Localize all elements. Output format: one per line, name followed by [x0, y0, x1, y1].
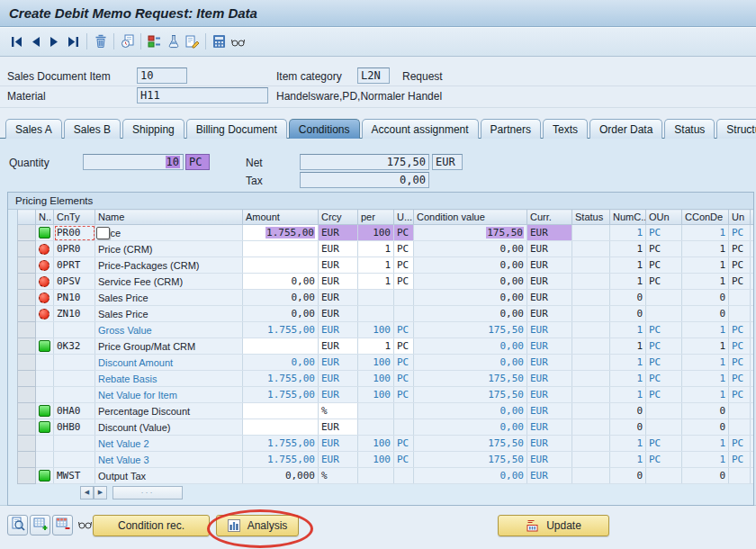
cell-cnty[interactable] — [54, 355, 95, 371]
flask-icon[interactable] — [164, 32, 183, 51]
cell-condition-value[interactable]: 175,50 — [414, 371, 527, 387]
column-header-name[interactable]: Name — [95, 210, 243, 225]
cell-name[interactable]: Price — [95, 225, 243, 241]
cell-amount[interactable] — [243, 338, 319, 355]
cell-cconde[interactable]: 1 — [682, 436, 729, 452]
cell-oun[interactable]: PC — [646, 452, 682, 468]
row-selector-cell[interactable] — [18, 274, 36, 290]
cell-condition-value[interactable]: 0,00 — [414, 241, 527, 257]
cell-unit[interactable]: PC — [394, 452, 414, 468]
row-selector-cell[interactable] — [18, 371, 36, 387]
cell-cconde[interactable]: 0 — [682, 419, 729, 436]
material-field[interactable]: H11 — [137, 87, 268, 104]
tab-texts[interactable]: Texts — [543, 119, 588, 139]
cell-status[interactable] — [572, 436, 610, 452]
cell-numc[interactable]: 1 — [610, 225, 646, 241]
cell-cnty[interactable]: MWST — [54, 468, 95, 484]
column-header-oun[interactable]: OUn — [646, 210, 682, 225]
cell-cconde[interactable]: 0 — [682, 306, 729, 322]
cell-numc[interactable]: 1 — [610, 436, 646, 452]
cell-name[interactable]: Rebate Basis — [95, 371, 243, 387]
cell-curr[interactable]: EUR — [527, 257, 572, 274]
cell-oun[interactable]: PC — [646, 274, 682, 290]
cell-oun[interactable]: PC — [646, 338, 682, 355]
cell-un[interactable] — [729, 468, 751, 484]
cell-name[interactable]: Gross Value — [95, 322, 243, 338]
cell-un[interactable]: PC — [729, 322, 751, 338]
cell-curr[interactable]: EUR — [527, 419, 572, 436]
cell-numc[interactable]: 1 — [610, 274, 646, 290]
column-header-per[interactable]: per — [358, 210, 394, 225]
cell-status[interactable] — [572, 322, 610, 338]
cell-curr[interactable]: EUR — [527, 436, 572, 452]
cell-cnty[interactable]: 0HA0 — [54, 403, 95, 419]
column-header-status[interactable]: Status — [572, 210, 610, 225]
cell-c[interactable] — [751, 241, 755, 257]
quantity-unit-field[interactable]: PC — [185, 154, 210, 170]
cell-crcy[interactable]: % — [319, 468, 358, 484]
cell-status-led[interactable] — [36, 355, 54, 371]
cell-curr[interactable]: EUR — [527, 338, 572, 355]
cell-unit[interactable]: PC — [394, 274, 414, 290]
tab-account-assignment[interactable]: Account assignment — [362, 119, 479, 139]
cell-status-led[interactable] — [36, 436, 54, 452]
cell-status-led[interactable] — [36, 257, 54, 274]
row-selector-cell[interactable] — [18, 322, 36, 338]
cell-cconde[interactable]: 1 — [682, 452, 729, 468]
cell-name[interactable]: Percentage Discount — [95, 403, 243, 419]
cell-per[interactable]: 1 — [358, 338, 394, 355]
cell-crcy[interactable]: EUR — [319, 290, 358, 306]
cell-status-led[interactable] — [36, 225, 54, 241]
cell-status[interactable] — [572, 274, 610, 290]
cell-condition-value[interactable]: 0,00 — [414, 419, 527, 436]
cell-status-led[interactable] — [36, 290, 54, 306]
cell-status[interactable] — [572, 468, 610, 484]
cell-cconde[interactable]: 1 — [682, 225, 729, 241]
cell-unit[interactable]: PC — [394, 322, 414, 338]
cell-cnty[interactable]: PN10 — [54, 290, 95, 306]
column-header-crcy[interactable]: Crcy — [319, 210, 358, 225]
scroll-left-button[interactable]: ◀ — [80, 486, 94, 500]
cell-status-led[interactable] — [36, 274, 54, 290]
cell-cconde[interactable]: 1 — [682, 322, 729, 338]
cell-status[interactable] — [572, 403, 610, 419]
tab-conditions[interactable]: Conditions — [289, 119, 360, 139]
cell-unit[interactable] — [394, 419, 414, 436]
cell-status[interactable] — [572, 257, 610, 274]
row-selector-cell[interactable] — [18, 355, 36, 371]
cell-status[interactable] — [572, 452, 610, 468]
tab-partners[interactable]: Partners — [481, 119, 541, 139]
cell-numc[interactable]: 0 — [610, 290, 646, 306]
cell-amount[interactable]: 1.755,00 — [243, 371, 319, 387]
cell-oun[interactable]: PC — [646, 322, 682, 338]
column-header-cconde[interactable]: CConDe — [682, 210, 729, 225]
row-selector-cell[interactable] — [18, 419, 36, 436]
column-header-n-[interactable]: N.. — [36, 210, 54, 225]
cell-name[interactable]: Net Value 2 — [95, 436, 243, 452]
cell-condition-value[interactable]: 175,50 — [414, 225, 527, 241]
row-selector-cell[interactable] — [18, 306, 36, 322]
cell-numc[interactable]: 1 — [610, 322, 646, 338]
cell-curr[interactable]: EUR — [527, 387, 572, 403]
scroll-right-button[interactable]: ▶ — [94, 486, 107, 500]
cell-cnty[interactable]: ZN10 — [54, 306, 95, 322]
cell-curr[interactable]: EUR — [527, 371, 572, 387]
cell-amount[interactable]: 1.755,00 — [243, 436, 319, 452]
cell-condition-value[interactable]: 0,00 — [414, 468, 527, 484]
cell-curr[interactable]: EUR — [527, 306, 572, 322]
cell-per[interactable] — [358, 403, 394, 419]
delete-row-button[interactable] — [52, 515, 73, 536]
cell-unit[interactable]: PC — [394, 225, 414, 241]
cell-curr[interactable]: EUR — [527, 274, 572, 290]
tab-structure[interactable]: Structure — [716, 119, 756, 139]
cell-per[interactable]: 100 — [358, 387, 394, 403]
cell-name[interactable]: Price-Packages (CRM) — [95, 257, 243, 274]
cell-per[interactable] — [358, 306, 394, 322]
cell-crcy[interactable]: EUR — [319, 355, 358, 371]
cell-oun[interactable] — [646, 403, 682, 419]
cell-oun[interactable]: PC — [646, 355, 682, 371]
cell-name[interactable]: Output Tax — [95, 468, 243, 484]
cell-per[interactable]: 100 — [358, 322, 394, 338]
cell-name[interactable]: Service Fee (CRM) — [95, 274, 243, 290]
cell-condition-value[interactable]: 175,50 — [414, 387, 527, 403]
